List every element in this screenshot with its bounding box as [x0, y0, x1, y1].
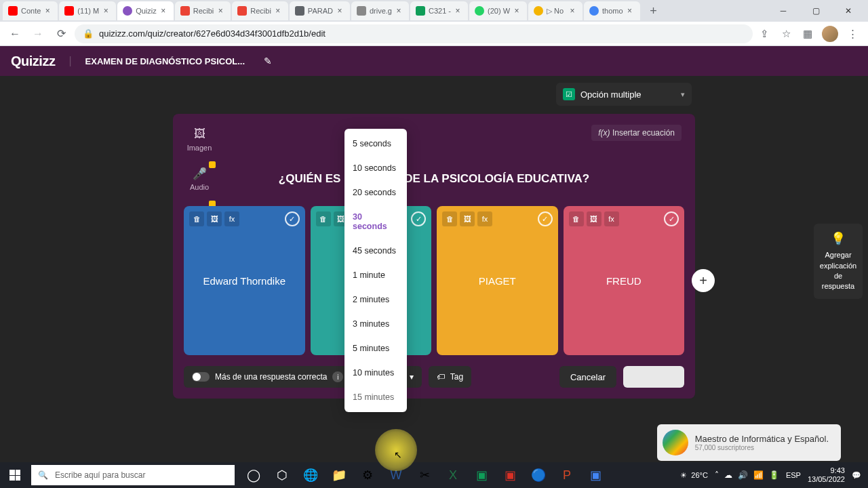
trash-icon[interactable]: 🗑 [569, 211, 584, 226]
excel-icon[interactable]: X [439, 462, 467, 488]
back-button[interactable]: ← [5, 24, 24, 43]
window-minimize[interactable]: ─ [773, 1, 793, 20]
close-icon[interactable]: × [335, 6, 344, 16]
browser-tab[interactable]: ▷ No× [528, 1, 583, 20]
save-button[interactable] [623, 366, 684, 388]
quizizz-logo[interactable]: Quizizz [11, 54, 55, 69]
add-audio-button[interactable]: 🎤Audio [184, 164, 215, 191]
browser-tab[interactable]: PARAD× [290, 1, 350, 20]
close-icon[interactable]: × [394, 6, 403, 16]
trash-icon[interactable]: 🗑 [442, 211, 457, 226]
time-option-selected[interactable]: 30 seconds [344, 205, 407, 239]
time-option[interactable]: 3 minutes [344, 312, 407, 336]
window-maximize[interactable]: ▢ [806, 1, 826, 20]
word-icon[interactable]: W [382, 462, 410, 488]
browser-tab[interactable]: Recibi× [232, 1, 288, 20]
extension-icon[interactable]: ▦ [800, 26, 815, 41]
time-option[interactable]: 20 seconds [344, 180, 407, 205]
browser-tab[interactable]: drive.g× [351, 1, 409, 20]
cancel-button[interactable]: Cancelar [559, 366, 616, 388]
chevron-up-icon[interactable]: ˄ [715, 470, 719, 480]
taskbar-search[interactable]: 🔍 Escribe aquí para buscar [31, 465, 235, 485]
browser-tab[interactable]: C321 -× [410, 1, 468, 20]
start-button[interactable] [0, 462, 30, 488]
time-option[interactable]: 15 minutes [344, 385, 407, 409]
time-option[interactable]: 1 minute [344, 263, 407, 287]
taskbar-app[interactable]: ▣ [496, 462, 524, 488]
insert-equation-button[interactable]: f(x) Insertar ecuación [591, 125, 682, 141]
wifi-icon[interactable]: 📶 [753, 470, 764, 480]
reload-button[interactable]: ⟳ [52, 24, 71, 43]
time-option[interactable]: 5 minutes [344, 336, 407, 361]
youtube-channel-overlay[interactable]: Maestro de Informática y Español. 57,000… [657, 424, 841, 461]
taskbar-clock[interactable]: 9:43 13/05/2022 [808, 466, 845, 484]
battery-icon[interactable]: 🔋 [769, 470, 779, 480]
close-icon[interactable]: × [625, 6, 635, 16]
image-icon[interactable]: 🖼 [587, 211, 601, 226]
close-icon[interactable]: × [453, 6, 462, 16]
task-view-icon[interactable]: ◯ [240, 462, 267, 488]
tag-button[interactable]: 🏷 Tag [429, 366, 471, 388]
edit-icon[interactable]: ✎ [258, 52, 277, 70]
system-tray[interactable]: ˄ ☁ 🔊 📶 🔋 [715, 470, 779, 480]
cloud-icon[interactable]: ☁ [724, 470, 732, 480]
toggle-switch[interactable] [192, 372, 210, 382]
share-icon[interactable]: ⇪ [757, 26, 772, 41]
image-icon[interactable]: 🖼 [207, 211, 222, 226]
powerpoint-icon[interactable]: P [553, 462, 580, 488]
browser-tab[interactable]: Recibi× [175, 1, 231, 20]
quiz-title[interactable]: EXAMEN DE DIAGNÓSTICO PSICOL... [85, 56, 245, 66]
correct-toggle[interactable]: ✓ [664, 211, 679, 226]
info-icon[interactable]: i [332, 371, 343, 382]
close-icon[interactable]: × [216, 6, 225, 16]
equation-icon[interactable]: fx [604, 211, 619, 226]
close-icon[interactable]: × [512, 6, 521, 16]
time-option[interactable]: 10 minutes [344, 361, 407, 385]
question-type-selector[interactable]: ☑ Opción multiple ▾ [556, 83, 692, 106]
correct-toggle[interactable]: ✓ [285, 211, 300, 226]
answer-option-1[interactable]: 🗑🖼fx ✓ Edward Thorndike [184, 206, 305, 355]
browser-tab[interactable]: thomo× [584, 1, 640, 20]
add-answer-button[interactable]: + [692, 269, 715, 292]
time-option[interactable]: 10 seconds [344, 156, 407, 180]
browser-tab[interactable]: (20) W× [469, 1, 527, 20]
time-dropdown-menu[interactable]: 5 seconds 10 seconds 20 seconds 30 secon… [344, 129, 407, 412]
close-icon[interactable]: × [101, 6, 111, 16]
explorer-icon[interactable]: 📁 [326, 462, 353, 488]
add-image-button[interactable]: 🖼Imagen [184, 125, 215, 152]
chrome-icon[interactable]: 🔵 [525, 462, 552, 488]
image-icon[interactable]: 🖼 [460, 211, 475, 226]
trash-icon[interactable]: 🗑 [189, 211, 204, 226]
window-close[interactable]: ✕ [838, 1, 859, 20]
taskbar-app[interactable]: ▣ [468, 462, 495, 488]
language-indicator[interactable]: ESP [786, 471, 801, 479]
close-icon[interactable]: × [568, 6, 577, 16]
close-icon[interactable]: × [43, 6, 52, 16]
profile-avatar[interactable] [822, 26, 838, 42]
taskbar-app[interactable]: ▣ [582, 462, 609, 488]
forward-button[interactable]: → [28, 24, 47, 43]
edge-icon[interactable]: 🌐 [297, 462, 324, 488]
weather-widget[interactable]: ☀ 26°C [680, 471, 708, 480]
correct-toggle[interactable]: ✓ [411, 211, 426, 226]
volume-icon[interactable]: 🔊 [738, 470, 748, 480]
equation-icon[interactable]: fx [477, 211, 492, 226]
time-option[interactable]: 2 minutes [344, 287, 407, 312]
browser-tab-active[interactable]: Quiziz× [117, 1, 174, 20]
new-tab-button[interactable]: + [644, 1, 663, 20]
multiple-answers-toggle[interactable]: Más de una respuesta correcta i [184, 366, 351, 388]
close-icon[interactable]: × [159, 6, 168, 16]
correct-toggle[interactable]: ✓ [538, 211, 553, 226]
time-option[interactable]: 5 seconds [344, 131, 407, 156]
equation-icon[interactable]: fx [224, 211, 239, 226]
star-icon[interactable]: ☆ [778, 26, 793, 41]
taskbar-app[interactable]: ⬡ [269, 462, 296, 488]
browser-tab[interactable]: Conte× [3, 1, 58, 20]
add-explanation-button[interactable]: 💡 Agregar explicación de respuesta [814, 224, 863, 299]
answer-option-3[interactable]: 🗑🖼fx ✓ PIAGET [437, 206, 558, 355]
answer-option-4[interactable]: 🗑🖼fx ✓ FREUD [564, 206, 685, 355]
browser-tab[interactable]: (11) M× [59, 1, 116, 20]
taskbar-app[interactable]: ✂ [411, 462, 438, 488]
menu-icon[interactable]: ⋮ [845, 26, 860, 41]
url-input[interactable]: 🔒 quizizz.com/quiz/creator/627e6d034d34f… [75, 24, 753, 43]
